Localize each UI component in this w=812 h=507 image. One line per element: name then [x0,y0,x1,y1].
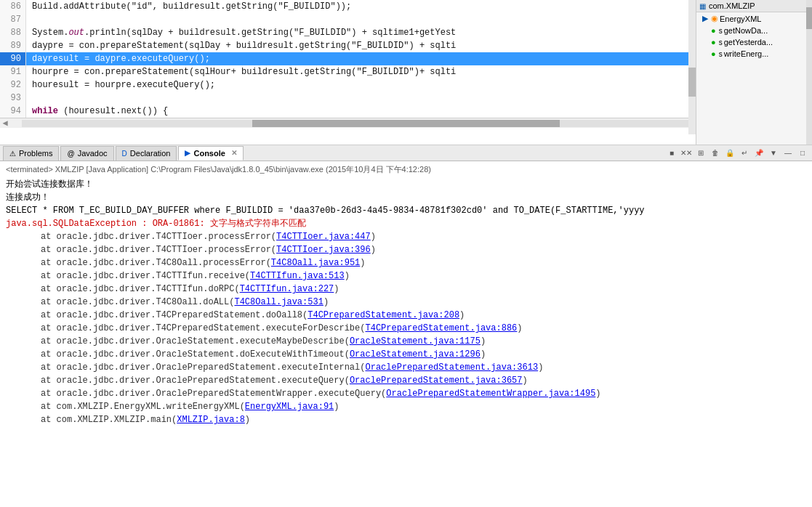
tab-javadoc[interactable]: @ Javadoc [60,146,113,161]
tab-javadoc-label: Javadoc [78,149,108,158]
stack-trace-line: at oracle.jdbc.driver.OracleStatement.do… [6,348,806,361]
stack-link[interactable]: T4CPreparedStatement.java:208 [307,310,459,320]
clear-console-btn[interactable]: 🗑 [709,147,722,160]
tab-console[interactable]: ▶ Console ✕ [178,146,243,161]
stack-link[interactable]: OracleStatement.java:1175 [350,336,481,346]
package-label: com.XMLZIP [709,1,755,10]
console-sql-line: SELECT * FROM T_EC_BUILD_DAY_BUFFER wher… [6,204,806,217]
exception-class-link[interactable]: java.sql.SQLDataException [6,219,137,229]
code-vscrollbar[interactable] [688,0,696,134]
line-content: System.out.println(sqlDay + buildresult.… [26,26,456,39]
new-console-btn[interactable]: ⊞ [694,147,707,160]
line-number: 87 [0,13,26,26]
right-panel: ▦ com.XMLZIP ▶ ◉ EnergyXML ● s getNowDa.… [696,0,812,145]
line-content: while (houresult.next()) { [26,105,168,118]
problems-icon: ⚠ [9,150,16,158]
word-wrap-btn[interactable]: ↵ [738,147,751,160]
tree-item-label: EnergyXML [720,15,761,23]
code-editor: 86 Build.addAttribute("id", buildresult.… [0,0,812,145]
console-line1: 开始尝试连接数据库！ [6,178,806,191]
stack-trace-line: at oracle.jdbc.driver.OracleStatement.ex… [6,335,806,348]
method-icon-3: ● [711,49,716,58]
superscript-s-3: s [719,50,723,58]
energy-xml-icon: ◉ [711,14,718,23]
pin-btn[interactable]: 📌 [752,147,765,160]
tab-declaration[interactable]: D Declaration [116,146,177,161]
tab-bar: ⚠ Problems @ Javadoc D Declaration ▶ Con… [0,145,812,161]
stack-trace-line: at oracle.jdbc.driver.T4C8Oall.doALL(T4C… [6,296,806,309]
stack-trace-line: at com.XMLZIP.EnergyXML.writeEnergyXML(E… [6,400,806,413]
line-content [26,92,32,105]
stack-link[interactable]: T4C8Oall.java:951 [271,258,360,268]
stack-trace-line: at oracle.jdbc.driver.T4CPreparedStateme… [6,309,806,322]
stack-link[interactable]: T4CTTIoer.java:396 [276,245,371,255]
maximize-btn[interactable]: □ [796,147,809,160]
expand-icon: ▶ [702,14,708,23]
stack-link[interactable]: T4CPreparedStatement.java:886 [365,323,517,333]
stack-link[interactable]: OraclePreparedStatement.java:3613 [365,362,538,373]
terminate-btn[interactable]: ■ [665,147,678,160]
stack-link[interactable]: T4CTTIfun.java:227 [240,284,334,294]
line-content: hourpre = con.prepareStatement(sqlHour+ … [26,65,456,78]
package-icon: ▦ [699,2,706,10]
scroll-lock-btn[interactable]: 🔒 [723,147,736,160]
tree-item-getyesterda[interactable]: ● s getYesterda... [696,36,812,48]
console-toolbar: ■ ✕✕ ⊞ 🗑 🔒 ↵ 📌 ▼ — □ [665,147,809,160]
right-panel-vscrollbar[interactable] [806,0,812,145]
method-icon-1: ● [711,26,716,35]
stack-link[interactable]: T4C8Oall.java:531 [234,297,323,307]
line-content: dayresult = daypre.executeQuery(); [26,52,210,65]
terminated-line: <terminated> XMLZIP [Java Application] C… [6,164,806,175]
stack-trace-line: at oracle.jdbc.driver.T4CTTIoer.processE… [6,230,806,243]
line-content: houresult = hourpre.executeQuery(); [26,78,215,92]
stack-link[interactable]: OraclePreparedStatement.java:3657 [350,376,523,386]
declaration-icon: D [122,150,127,158]
stack-trace-line: at oracle.jdbc.driver.T4CPreparedStateme… [6,322,806,335]
line-number: 91 [0,65,26,78]
stack-trace-line: at oracle.jdbc.driver.T4CTTIoer.processE… [6,243,806,256]
stack-trace-container: at oracle.jdbc.driver.T4CTTIoer.processE… [6,230,806,426]
stack-trace-line: at oracle.jdbc.driver.OraclePreparedStat… [6,361,806,374]
console-area: <terminated> XMLZIP [Java Application] C… [0,161,812,507]
tree-item-writeenerg-label: writeEnerg... [724,49,769,58]
tree-item-getyesterda-label: getYesterda... [724,38,773,46]
line-content [26,13,32,26]
tree-item-writeenerg[interactable]: ● s writeEnerg... [696,48,812,60]
line-content: Build.addAttribute("id", buildresult.get… [26,0,351,13]
stack-trace-line: at oracle.jdbc.driver.OraclePreparedStat… [6,387,806,400]
line-number: 89 [0,39,26,52]
exception-message: : ORA-01861: 文字与格式字符串不匹配 [142,219,306,229]
tree-item-getnowda-label: getNowDa... [724,26,768,35]
right-panel-header: ▦ com.XMLZIP [696,0,812,12]
stack-trace-line: at com.XMLZIP.XMLZIP.main(XMLZIP.java:8) [6,413,806,426]
tree-item-energyxml[interactable]: ▶ ◉ EnergyXML [696,12,812,25]
line-number: 86 [0,0,26,13]
javadoc-icon: @ [67,150,74,158]
stack-link[interactable]: T4CTTIfun.java:513 [250,271,345,281]
view-menu-btn[interactable]: ▼ [767,147,780,160]
line-number: 90 [0,52,26,65]
tab-problems[interactable]: ⚠ Problems [3,146,59,161]
method-icon-2: ● [711,38,716,46]
tree-item-getnowda[interactable]: ● s getNowDa... [696,25,812,36]
stack-trace-line: at oracle.jdbc.driver.T4CTTIfun.receive(… [6,269,806,283]
remove-all-btn[interactable]: ✕✕ [680,147,693,160]
stack-link[interactable]: OracleStatement.java:1296 [350,349,481,360]
superscript-s-2: s [719,38,723,46]
line-number: 92 [0,78,26,92]
stack-trace-line: at oracle.jdbc.driver.OraclePreparedStat… [6,374,806,387]
minimize-btn[interactable]: — [781,147,795,160]
tab-console-label: Console [193,149,225,158]
stack-link[interactable]: EnergyXML.java:91 [245,402,334,412]
console-icon: ▶ [185,149,190,157]
line-number: 88 [0,26,26,39]
line-number: 93 [0,92,26,105]
stack-link[interactable]: T4CTTIoer.java:447 [276,232,371,242]
console-exception-line: java.sql.SQLDataException : ORA-01861: 文… [6,217,806,230]
line-number: 94 [0,105,26,118]
tab-declaration-label: Declaration [130,149,171,158]
stack-link[interactable]: XMLZIP.java:8 [177,415,245,425]
console-close-icon[interactable]: ✕ [231,149,237,157]
stack-link[interactable]: OraclePreparedStatementWrapper.java:1495 [386,389,595,399]
line-content: daypre = con.prepareStatement(sqlDay + b… [26,39,456,52]
